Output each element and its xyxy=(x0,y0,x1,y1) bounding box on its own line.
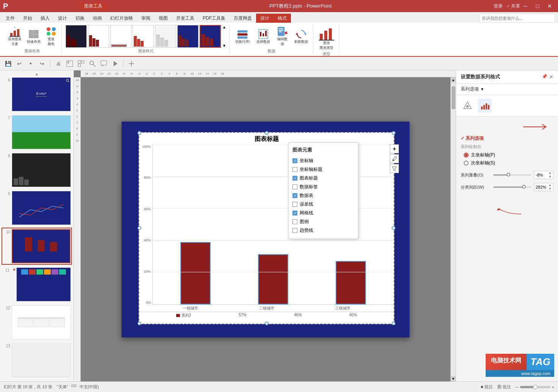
notes-button[interactable]: ■ 批注 xyxy=(481,384,493,390)
tab-start[interactable]: 开始 xyxy=(19,14,36,23)
chart-style-2[interactable] xyxy=(88,25,109,48)
change-colors-button[interactable]: 更改颜色 xyxy=(44,25,58,48)
chart-style-3[interactable] xyxy=(110,25,131,48)
scrollbar-down-button[interactable]: ▼ xyxy=(451,376,456,381)
slide-item-11[interactable]: 11 ★ xyxy=(2,266,72,303)
zoom-in-button[interactable]: + xyxy=(552,385,554,389)
gap-spin-down[interactable]: ▼ xyxy=(549,187,552,191)
overlap-slider[interactable] xyxy=(493,174,531,176)
switch-row-col-button[interactable]: 切换行/列 xyxy=(233,28,252,45)
view-button[interactable] xyxy=(76,59,86,69)
slide-thumb-7[interactable] xyxy=(12,115,71,149)
quick-layout-button[interactable]: 快速布局 xyxy=(25,28,42,45)
overlap-spin-down[interactable]: ▼ xyxy=(549,175,552,179)
element-item-chart-title[interactable]: ✓ 图表标题 xyxy=(292,174,354,183)
tab-view[interactable]: 视图 xyxy=(155,14,172,23)
tab-pdf[interactable]: PDF工具集 xyxy=(199,14,230,23)
chart-style-6[interactable] xyxy=(177,25,199,48)
selection-handle-br[interactable] xyxy=(392,322,395,325)
slide-panel-scroll-up[interactable]: ▲ xyxy=(2,72,72,76)
chart-style-1[interactable] xyxy=(66,25,87,48)
slide-item-7[interactable]: 7 xyxy=(2,114,72,150)
chart-bar-3[interactable] xyxy=(336,261,366,305)
overlap-spin-up[interactable]: ▲ xyxy=(549,171,552,175)
primary-axis-radio[interactable]: 主坐标轴(P) xyxy=(464,152,553,158)
gallery-scroll-down[interactable]: ▼ xyxy=(222,44,226,48)
panel-fill-icon[interactable] xyxy=(461,99,474,112)
add-shape-button[interactable] xyxy=(127,59,136,69)
secondary-axis-radio[interactable]: 次坐标轴(S) xyxy=(464,160,553,166)
slide-item-12[interactable]: 12 xyxy=(2,304,72,340)
zoom-out-button[interactable]: ─ xyxy=(516,385,519,389)
slide-thumb-13[interactable] xyxy=(12,343,71,377)
series-options-title[interactable]: ✓ 系列选项 xyxy=(461,135,553,142)
tab-chart-format[interactable]: 格式 xyxy=(274,14,291,23)
redo-button[interactable]: ↪ xyxy=(37,59,47,69)
filter-button[interactable] xyxy=(390,164,399,173)
element-item-data-labels[interactable]: 数据标签 xyxy=(292,183,354,191)
slide-thumb-10[interactable] xyxy=(12,229,70,263)
element-item-data-table[interactable]: ✓ 数据表 xyxy=(292,191,354,200)
tab-baidu[interactable]: 百度网盘 xyxy=(230,14,256,23)
zoom-slider[interactable] xyxy=(520,386,550,388)
series-options-dropdown[interactable]: 系列选项 ▼ xyxy=(456,84,558,95)
panel-pin-button[interactable]: 📌 xyxy=(542,74,547,80)
overlap-slider-thumb[interactable] xyxy=(506,173,510,176)
zoom-slider-thumb[interactable] xyxy=(533,385,538,389)
save-toolbar-button[interactable]: 💾 xyxy=(3,59,13,69)
selection-handle-bc[interactable] xyxy=(265,322,269,325)
element-item-axis[interactable]: ✓ 坐标轴 xyxy=(292,156,354,165)
slide-item-9[interactable]: 9 xyxy=(2,190,72,226)
add-chart-element-button[interactable]: + 添加图表元素 xyxy=(6,25,23,48)
refresh-data-button[interactable]: 刷新数据 xyxy=(292,28,310,45)
select-data-button[interactable]: 选择数据 xyxy=(255,28,272,45)
slide-thumb-8[interactable] xyxy=(12,153,71,187)
gap-spin-up[interactable]: ▲ xyxy=(549,183,552,187)
slide-item-6[interactable]: 6 E=mc² xyxy=(2,76,72,112)
selection-handle-tc[interactable] xyxy=(265,131,269,135)
scrollbar-track[interactable] xyxy=(451,83,456,376)
minimize-button[interactable]: ─ xyxy=(520,2,531,10)
share-button[interactable]: ♂ 共享 xyxy=(506,3,520,9)
selection-handle-ml[interactable] xyxy=(138,226,141,230)
chart-style-5[interactable] xyxy=(155,25,176,48)
zoom-button[interactable] xyxy=(88,59,97,69)
element-item-gridlines[interactable]: ✓ 网格线 xyxy=(292,209,354,217)
element-item-trendline[interactable]: 趋势线 xyxy=(292,226,354,235)
slide-thumb-11[interactable] xyxy=(16,267,71,301)
scrollbar-thumb[interactable] xyxy=(452,86,455,109)
brush-style-button[interactable] xyxy=(390,154,399,163)
slide-item-13[interactable]: 13 xyxy=(2,342,72,378)
tab-animation[interactable]: 动画 xyxy=(89,14,106,23)
maximize-button[interactable]: □ xyxy=(532,2,543,10)
slide-item-8[interactable]: 8 xyxy=(2,152,72,188)
undo-dropdown-button[interactable]: ▼ xyxy=(26,59,36,69)
tab-insert[interactable]: 插入 xyxy=(36,14,54,23)
change-chart-type-button[interactable]: 更改图表类型 xyxy=(317,24,336,52)
panel-close-button[interactable]: ✕ xyxy=(549,74,553,80)
panel-bar-chart-icon[interactable] xyxy=(478,99,492,112)
add-element-button[interactable]: + xyxy=(390,144,399,153)
element-item-axis-title[interactable]: 坐标轴标题 xyxy=(292,165,354,174)
format-button[interactable] xyxy=(65,59,75,69)
tab-file[interactable]: 文件 xyxy=(2,14,19,23)
tab-chart-design[interactable]: 设计 xyxy=(256,14,274,23)
gap-slider-thumb[interactable] xyxy=(522,185,526,189)
slide-thumb-6[interactable]: E=mc² xyxy=(12,77,71,111)
chart-style-4[interactable] xyxy=(133,25,154,48)
tab-slideshow[interactable]: 幻灯片放映 xyxy=(106,14,137,23)
close-button[interactable]: ✕ xyxy=(544,2,555,10)
login-button[interactable]: 登录 xyxy=(494,3,503,9)
search-input[interactable] xyxy=(479,14,555,23)
chart-style-7[interactable] xyxy=(200,25,221,48)
edit-data-button[interactable]: 编辑数据 xyxy=(275,25,289,48)
print-button[interactable]: 🖨 xyxy=(53,59,63,69)
present-button[interactable] xyxy=(110,59,120,69)
selection-handle-tl[interactable] xyxy=(138,131,141,135)
gallery-scroll-up[interactable]: ▲ xyxy=(222,25,226,29)
element-item-error-bars[interactable]: 误差线 xyxy=(292,200,354,209)
tab-switch[interactable]: 切换 xyxy=(71,14,89,23)
slide-thumb-9[interactable] xyxy=(12,191,71,225)
tab-review[interactable]: 审阅 xyxy=(137,14,155,23)
slide-thumb-12[interactable] xyxy=(12,305,71,339)
